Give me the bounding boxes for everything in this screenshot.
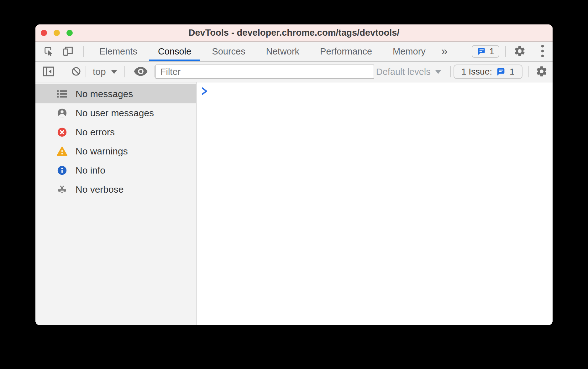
screenshot-root: { "window": { "title": "DevTools - devel… xyxy=(0,0,588,369)
info-icon xyxy=(56,165,68,176)
javascript-context-selector[interactable]: top xyxy=(93,66,117,77)
gear-icon xyxy=(535,65,548,79)
error-icon xyxy=(56,127,68,138)
sidebar-item-no-warnings[interactable]: No warnings xyxy=(35,142,196,161)
sidebar-item-no-errors[interactable]: No errors xyxy=(35,122,196,142)
console-settings-button[interactable] xyxy=(535,65,548,79)
console-panel-body: No messages No user messages xyxy=(35,82,553,325)
sidebar-item-label: No verbose xyxy=(76,184,123,195)
inspect-element-button[interactable] xyxy=(43,45,54,58)
device-toolbar-icon xyxy=(62,45,74,58)
dock-side-icon xyxy=(42,66,55,78)
panel-tabs: Elements Console Sources Network Perform… xyxy=(91,42,451,61)
issues-counter-button[interactable]: 1 Issue: 1 xyxy=(454,65,522,79)
issues-chat-icon xyxy=(477,47,486,56)
tab-bar: Elements Console Sources Network Perform… xyxy=(35,42,553,62)
chevron-down-icon xyxy=(435,70,441,74)
bug-icon xyxy=(56,184,68,195)
inspect-cursor-icon xyxy=(43,45,54,58)
device-toolbar-button[interactable] xyxy=(62,45,74,58)
sidebar-item-label: No user messages xyxy=(76,108,154,118)
gear-icon xyxy=(513,45,526,58)
sidebar-item-label: No info xyxy=(76,165,105,176)
console-messages-area[interactable] xyxy=(197,82,553,325)
issues-badge-count: 1 xyxy=(489,46,494,56)
chevron-double-right-icon: » xyxy=(441,45,448,58)
tab-performance[interactable]: Performance xyxy=(311,42,381,61)
issues-badge-button[interactable]: 1 xyxy=(472,45,499,58)
sidebar-item-no-info[interactable]: No info xyxy=(35,161,196,180)
console-prompt-chevron-icon xyxy=(200,87,208,96)
sidebar-item-label: No messages xyxy=(76,89,133,99)
divider xyxy=(124,66,125,77)
divider xyxy=(505,46,506,57)
zoom-button[interactable] xyxy=(66,30,73,36)
divider xyxy=(528,66,529,77)
create-live-expression-button[interactable] xyxy=(133,66,148,77)
sidebar-item-no-messages[interactable]: No messages xyxy=(35,84,196,103)
user-icon xyxy=(56,107,68,119)
tab-sources[interactable]: Sources xyxy=(203,42,254,61)
issues-chat-icon xyxy=(496,67,506,77)
divider xyxy=(450,66,451,77)
divider xyxy=(154,66,155,77)
console-toolbar: top Default levels 1 Issue: xyxy=(35,62,553,82)
settings-button[interactable] xyxy=(513,45,526,58)
clear-console-button[interactable] xyxy=(71,66,81,77)
eye-icon xyxy=(133,66,148,77)
issues-counter-label: 1 Issue: xyxy=(461,67,492,77)
ban-circle-icon xyxy=(71,66,81,77)
kebab-menu-icon xyxy=(541,44,544,59)
minimize-button[interactable] xyxy=(54,30,60,36)
list-icon xyxy=(56,88,68,100)
tab-memory[interactable]: Memory xyxy=(384,42,434,61)
chevron-down-icon xyxy=(111,70,117,74)
customize-devtools-button[interactable] xyxy=(539,44,546,59)
warning-icon xyxy=(56,146,68,157)
tab-network[interactable]: Network xyxy=(257,42,308,61)
sidebar-item-label: No warnings xyxy=(76,146,128,157)
titlebar: DevTools - developer.chrome.com/tags/dev… xyxy=(35,24,553,42)
sidebar-item-no-user-messages[interactable]: No user messages xyxy=(35,103,196,122)
issues-counter-count: 1 xyxy=(510,67,515,77)
window-title: DevTools - developer.chrome.com/tags/dev… xyxy=(35,28,553,38)
console-sidebar: No messages No user messages xyxy=(35,82,197,325)
tab-elements[interactable]: Elements xyxy=(91,42,146,61)
sidebar-item-no-verbose[interactable]: No verbose xyxy=(35,180,196,199)
devtools-window: DevTools - developer.chrome.com/tags/dev… xyxy=(35,24,553,325)
sidebar-item-label: No errors xyxy=(76,127,115,138)
console-sidebar-toggle-button[interactable] xyxy=(42,66,55,78)
log-levels-selector[interactable]: Default levels xyxy=(376,67,441,77)
traffic-lights xyxy=(41,24,73,41)
filter-input[interactable] xyxy=(155,65,374,79)
tab-console[interactable]: Console xyxy=(149,42,200,61)
divider xyxy=(83,46,84,57)
more-tabs-button[interactable]: » xyxy=(438,42,451,61)
close-button[interactable] xyxy=(41,30,47,36)
divider xyxy=(86,66,86,77)
